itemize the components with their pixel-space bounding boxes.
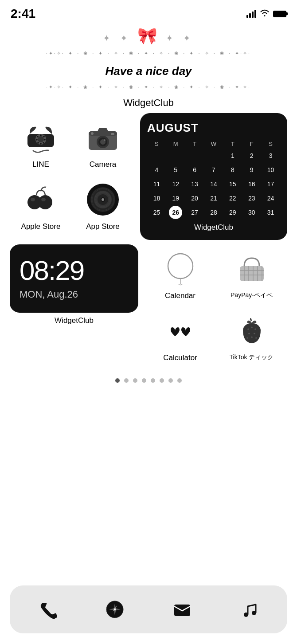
calendar-app-icon-wrap [160,249,200,289]
cal-day-19: 19 [169,192,182,205]
app-calendar[interactable]: Calendar [145,244,216,306]
status-time: 2:41 [11,7,35,21]
dock-music[interactable] [233,593,265,625]
cal-day-empty [188,149,201,162]
tiktok-icon [234,313,270,349]
cal-day-30: 30 [245,206,258,219]
camera-icon [85,122,121,153]
second-app-row: 08:29 MON, Aug.26 WidgetClub Calendar [0,244,297,369]
app-calendar-label: Calendar [165,291,195,300]
calendar-app-icon [164,251,197,287]
cal-day-9: 9 [245,163,258,177]
top-app-grid: LINE Camera [10,113,134,237]
app-calculator[interactable]: Calculator [145,306,216,369]
page-dot-2 [124,378,129,383]
svg-point-6 [43,142,44,144]
svg-point-2 [38,136,44,142]
cal-header-S2: S [261,139,280,149]
svg-point-21 [31,198,35,201]
widgetclub-clock-label: WidgetClub [55,316,94,325]
status-bar: 2:41 [0,0,297,22]
cal-day-29: 29 [226,206,239,219]
line-icon-wrap [21,118,61,157]
deco-top-row: ✦ ✦ 🎀 ✦ ✦ [0,27,297,45]
cal-day-18: 18 [150,192,163,205]
cal-day-20: 20 [188,192,201,205]
battery-icon [273,11,286,17]
dock-phone[interactable] [32,593,64,625]
cal-header-T1: T [185,139,204,149]
app-camera-label: Camera [90,160,116,169]
sparkle-row-2: ·✦·✧· ✦ · ❀ · ✦ · ✧ · ❀ · ✦ · ✧ · ❀ · ✦ … [13,84,284,90]
paypay-icon-wrap [232,249,272,289]
apple-store-icon [23,182,59,217]
cal-day-22: 22 [226,192,239,205]
cal-day-23: 23 [245,192,258,205]
cal-header-F: F [242,139,261,149]
line-icon [23,122,59,153]
app-camera[interactable]: Camera [72,113,134,175]
cal-day-3: 3 [264,149,277,162]
bow-icon: 🎀 [137,27,160,45]
svg-point-3 [40,134,42,136]
page-dot-7 [168,378,173,383]
svg-rect-35 [240,266,264,281]
svg-point-50 [255,338,257,339]
cal-grid: S M T W T F S 1 2 3 4 5 6 7 8 9 10 11 12 [147,139,280,220]
app-paypay[interactable]: PayPay-ペイペ [216,244,287,306]
app-tiktok-label: TikTok ティック [230,353,274,361]
cal-header-S1: S [147,139,166,149]
calculator-icon [163,313,198,349]
cal-day-empty [150,149,163,162]
apple-store-icon-wrap [21,180,61,220]
cal-header-W: W [204,139,223,149]
dock-mail[interactable] [166,593,198,625]
svg-point-20 [38,195,52,209]
cal-day-27: 27 [188,206,201,219]
app-store-icon [85,182,121,217]
app-apple-store[interactable]: Apple Store [10,175,72,237]
page-dot-6 [160,378,164,383]
cal-day-2: 2 [245,149,258,162]
bottom-right-app-grid: Calendar [145,244,287,369]
app-calculator-label: Calculator [163,353,197,362]
svg-point-46 [248,333,250,334]
sparkle-right: ✦ ✦ [166,33,194,43]
mail-icon [173,600,191,619]
cal-day-4: 4 [150,163,163,177]
paypay-icon [235,251,268,287]
svg-point-9 [36,139,38,141]
svg-point-56 [252,611,256,615]
cal-day-8: 8 [226,163,239,177]
cal-day-14: 14 [207,177,220,191]
cal-day-11: 11 [150,177,163,191]
cal-month: AUGUST [147,121,280,135]
svg-point-44 [251,327,253,328]
svg-point-8 [37,142,39,144]
clock-widget: 08:29 MON, Aug.26 [10,244,138,313]
safari-icon [106,600,124,619]
phone-icon [39,600,57,619]
svg-point-48 [251,337,253,338]
svg-point-55 [244,613,248,617]
page-dots [0,378,297,383]
app-store-label: App Store [86,222,120,231]
svg-point-49 [246,338,248,339]
svg-point-22 [41,198,46,201]
dock-safari[interactable] [99,593,131,625]
cal-header-M: M [166,139,185,149]
cal-day-24: 24 [264,192,277,205]
cal-day-5: 5 [169,163,182,177]
svg-point-4 [43,136,45,137]
app-tiktok[interactable]: TikTok ティック [216,306,287,369]
cal-day-empty [169,149,182,162]
page-dot-8 [177,378,182,383]
svg-point-33 [168,254,193,279]
cal-day-21: 21 [207,192,220,205]
sparkle-left: ✦ ✦ [103,33,131,43]
app-line[interactable]: LINE [10,113,72,175]
widgetclub-header-label: WidgetClub [0,97,297,109]
app-store[interactable]: App Store [72,175,134,237]
cal-day-28: 28 [207,206,220,219]
cal-day-7: 7 [207,163,220,177]
